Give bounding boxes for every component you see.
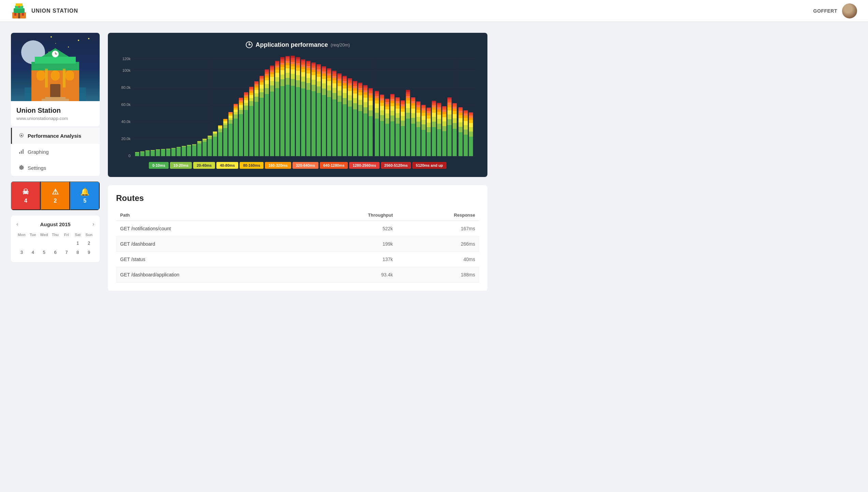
avatar[interactable] (842, 3, 857, 18)
warning-badge[interactable]: ⚠ 2 (41, 181, 70, 210)
route-response: 167ms (397, 221, 479, 236)
svg-rect-541 (464, 115, 468, 118)
svg-rect-410 (390, 99, 395, 101)
svg-rect-337 (353, 103, 357, 109)
svg-rect-418 (396, 106, 400, 109)
svg-rect-372 (369, 93, 373, 95)
svg-rect-389 (380, 106, 384, 110)
svg-rect-519 (453, 123, 457, 129)
cal-day-6[interactable]: 6 (50, 248, 61, 257)
svg-rect-393 (380, 96, 384, 98)
cal-day-3[interactable]: 3 (16, 248, 27, 257)
svg-rect-478 (427, 108, 431, 109)
svg-rect-521 (453, 114, 457, 118)
svg-rect-451 (411, 97, 415, 99)
calendar-next[interactable]: › (93, 221, 94, 227)
graphing-icon (19, 149, 24, 155)
svg-rect-300 (332, 80, 336, 83)
svg-rect-335 (348, 78, 352, 80)
svg-rect-542 (464, 113, 468, 115)
svg-rect-249 (306, 73, 310, 78)
svg-rect-184 (275, 82, 279, 88)
svg-rect-63 (156, 150, 160, 156)
svg-rect-538 (464, 125, 468, 129)
svg-rect-80 (197, 142, 201, 144)
svg-rect-481 (432, 117, 436, 122)
svg-rect-237 (301, 82, 305, 88)
app-title: Union Station (16, 107, 94, 114)
svg-rect-239 (301, 72, 305, 77)
svg-rect-364 (364, 86, 368, 88)
svg-rect-527 (458, 132, 463, 156)
settings-label: Settings (28, 165, 46, 171)
col-throughput: Throughput (304, 210, 397, 221)
svg-rect-206 (286, 73, 290, 78)
sidebar-item-performance[interactable]: Performance Analysis (11, 128, 100, 144)
svg-rect-395 (385, 124, 389, 156)
svg-rect-549 (469, 120, 473, 123)
sidebar-item-settings[interactable]: Settings (11, 160, 100, 176)
svg-rect-293 (327, 71, 331, 73)
svg-rect-232 (296, 61, 300, 63)
svg-rect-58 (140, 151, 144, 152)
svg-text:80.0k: 80.0k (121, 85, 131, 90)
svg-rect-193 (280, 86, 284, 156)
svg-rect-384 (375, 92, 379, 94)
cal-day-9[interactable]: 9 (84, 248, 94, 257)
svg-rect-506 (442, 108, 446, 110)
bell-icon: 🔔 (80, 188, 89, 196)
cal-day-empty (50, 239, 61, 247)
svg-rect-471 (427, 127, 431, 132)
svg-rect-391 (380, 100, 384, 103)
info-badge[interactable]: 🔔 5 (70, 181, 100, 210)
svg-rect-400 (385, 104, 389, 107)
cal-day-1[interactable]: 1 (72, 239, 83, 247)
error-badge[interactable]: ☠ 4 (11, 181, 41, 210)
cal-day-2[interactable]: 2 (84, 239, 94, 247)
svg-rect-183 (275, 88, 279, 156)
svg-rect-407 (390, 106, 395, 111)
svg-rect-430 (401, 102, 405, 104)
svg-rect-445 (411, 113, 415, 118)
svg-rect-76 (187, 145, 191, 146)
cal-day-5[interactable]: 5 (39, 248, 49, 257)
cal-day-8[interactable]: 8 (72, 248, 83, 257)
svg-rect-65 (161, 150, 165, 156)
svg-rect-457 (416, 107, 421, 110)
svg-rect-464 (422, 116, 426, 120)
svg-rect-413 (390, 94, 395, 95)
app-illustration (11, 33, 100, 101)
svg-rect-209 (286, 63, 290, 65)
svg-rect-82 (202, 142, 207, 156)
svg-rect-304 (332, 72, 336, 74)
svg-rect-307 (338, 96, 342, 102)
svg-rect-212 (286, 57, 290, 59)
svg-rect-132 (244, 96, 248, 98)
svg-rect-334 (348, 80, 352, 81)
svg-rect-370 (369, 98, 373, 101)
app-url: www.unionstationapp.com (16, 116, 94, 121)
svg-rect-362 (364, 90, 368, 92)
calendar-prev[interactable]: ‹ (16, 221, 18, 227)
cal-day-4[interactable]: 4 (28, 248, 38, 257)
performance-chart: 0 20.0k 40.0k 60.0k 80.0k 100k 120k (116, 55, 479, 158)
svg-rect-69 (171, 149, 175, 156)
svg-rect-120 (239, 108, 243, 110)
svg-rect-374 (369, 90, 373, 91)
app-header: UNION STATION GOFFERT (0, 0, 868, 22)
svg-rect-255 (306, 61, 310, 62)
svg-rect-171 (265, 70, 269, 72)
svg-rect-231 (296, 63, 300, 65)
svg-rect-111 (234, 114, 238, 119)
svg-rect-458 (416, 105, 421, 107)
svg-rect-290 (327, 78, 331, 81)
svg-rect-351 (358, 90, 362, 92)
svg-rect-59 (145, 151, 150, 156)
svg-rect-368 (369, 105, 373, 110)
svg-rect-203 (280, 57, 284, 58)
sidebar-item-graphing[interactable]: Graphing (11, 144, 100, 160)
svg-rect-11 (35, 57, 76, 64)
cal-day-empty (39, 239, 49, 247)
svg-rect-317 (343, 98, 347, 104)
cal-day-7[interactable]: 7 (61, 248, 72, 257)
